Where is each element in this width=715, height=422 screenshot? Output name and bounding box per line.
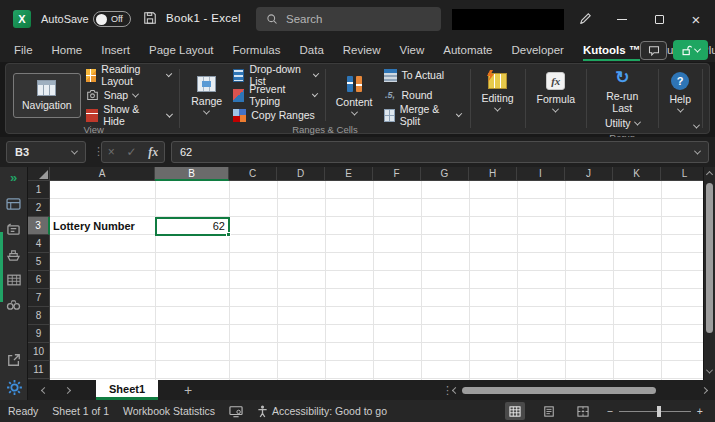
round-button[interactable]: .5, Round [381, 86, 465, 104]
accessibility-status[interactable]: Accessibility: Good to go [257, 405, 387, 418]
previous-sheet-icon[interactable] [41, 386, 48, 393]
open-pane-icon[interactable] [7, 353, 21, 367]
name-manager-pane-icon[interactable] [0, 249, 27, 261]
zoom-slider[interactable] [619, 411, 691, 412]
row-header-7[interactable]: 7 [28, 289, 50, 307]
excel-app-icon[interactable]: X [13, 10, 31, 28]
scroll-right-icon[interactable] [701, 386, 708, 393]
tab-insert[interactable]: Insert [101, 44, 130, 56]
name-box[interactable]: B3 [6, 141, 86, 163]
tab-data[interactable]: Data [300, 44, 324, 56]
maximize-button[interactable] [642, 0, 676, 38]
advanced-find-pane-icon[interactable] [0, 299, 27, 311]
show-hide-button[interactable]: Show & Hide [83, 106, 175, 124]
column-header-l[interactable]: L [661, 167, 703, 181]
view-page-layout-button[interactable] [539, 402, 559, 420]
rerun-last-utility-button[interactable]: ↻ Re-run Last Utility [592, 66, 653, 132]
row-header-3[interactable]: 3 [28, 217, 50, 235]
expand-formula-bar-icon[interactable] [694, 147, 701, 154]
tab-developer[interactable]: Developer [511, 44, 563, 56]
tab-home[interactable]: Home [52, 44, 83, 56]
vertical-scroll-thumb[interactable] [706, 183, 713, 333]
formula-input[interactable]: 62 [171, 141, 709, 163]
column-list-pane-icon[interactable] [0, 274, 27, 286]
column-header-i[interactable]: I [517, 167, 565, 181]
autosave-toggle[interactable]: Off [93, 11, 131, 27]
row-header-10[interactable]: 10 [28, 343, 50, 361]
enter-icon[interactable]: ✓ [126, 145, 136, 159]
row-header-1[interactable]: 1 [28, 181, 50, 199]
zoom-in-button[interactable]: + [697, 405, 703, 417]
row-header-11[interactable]: 11 [28, 361, 50, 379]
tab-formulas[interactable]: Formulas [233, 44, 281, 56]
workbook-statistics-button[interactable]: Workbook Statistics [123, 405, 215, 417]
tab-file[interactable]: File [14, 44, 33, 56]
new-sheet-button[interactable]: + [184, 382, 192, 398]
column-header-a[interactable]: A [50, 167, 155, 181]
column-header-j[interactable]: J [565, 167, 613, 181]
navigation-button[interactable]: Navigation [13, 73, 81, 118]
select-all-button[interactable] [28, 167, 50, 181]
save-icon[interactable] [143, 11, 157, 25]
pen-icon[interactable] [578, 11, 593, 26]
row-header-8[interactable]: 8 [28, 307, 50, 325]
tab-view[interactable]: View [400, 44, 425, 56]
copy-ranges-button[interactable]: Copy Ranges [230, 106, 321, 124]
tab-kutools[interactable]: Kutools ™ [583, 44, 641, 61]
formula-button[interactable]: fx Formula [531, 69, 582, 116]
tab-automate[interactable]: Automate [443, 44, 492, 56]
cancel-icon[interactable]: × [108, 145, 115, 159]
row-header-4[interactable]: 4 [28, 235, 50, 253]
column-header-b[interactable]: B [155, 167, 229, 181]
search-input[interactable]: Search [256, 7, 441, 31]
column-header-f[interactable]: F [373, 167, 421, 181]
minimize-button[interactable] [605, 0, 639, 38]
expand-pane-icon[interactable]: » [0, 170, 27, 185]
to-actual-button[interactable]: To Actual [381, 66, 465, 84]
content-button[interactable]: Content [330, 72, 379, 119]
row-header-5[interactable]: 5 [28, 253, 50, 271]
workbook-pane-icon[interactable] [0, 198, 27, 210]
column-header-c[interactable]: C [229, 167, 277, 181]
column-header-k[interactable]: K [613, 167, 661, 181]
cell-a3[interactable]: Lottery Number [53, 217, 135, 235]
close-button[interactable]: × [679, 0, 713, 38]
editing-mode-button[interactable] [673, 40, 708, 60]
merge-split-button[interactable]: Merge & Split [381, 106, 465, 124]
insert-function-icon[interactable]: fx [148, 145, 158, 160]
horizontal-scrollbar[interactable] [453, 383, 707, 397]
prevent-typing-button[interactable]: Prevent Typing [230, 86, 321, 104]
reading-layout-button[interactable]: Reading Layout [83, 66, 175, 84]
autotext-pane-icon[interactable] [0, 223, 27, 236]
tab-review[interactable]: Review [343, 44, 381, 56]
comments-button[interactable] [640, 41, 667, 60]
row-header-6[interactable]: 6 [28, 271, 50, 289]
row-header-9[interactable]: 9 [28, 325, 50, 343]
pane-settings-gear-icon[interactable] [6, 379, 23, 396]
zoom-out-button[interactable]: − [607, 405, 613, 417]
snap-button[interactable]: Snap [83, 86, 175, 104]
scroll-up-icon[interactable] [706, 171, 713, 178]
scroll-down-icon[interactable] [706, 367, 713, 374]
cells-area[interactable] [50, 181, 703, 380]
range-button[interactable]: Range [185, 73, 228, 118]
column-header-e[interactable]: E [325, 167, 373, 181]
editing-button[interactable]: Editing [476, 70, 520, 115]
sheet-tab-sheet1[interactable]: Sheet1 [96, 380, 158, 400]
tab-page-layout[interactable]: Page Layout [149, 44, 214, 56]
fill-handle[interactable] [226, 232, 231, 237]
column-header-d[interactable]: D [277, 167, 325, 181]
vertical-scrollbar[interactable] [703, 167, 715, 380]
column-header-g[interactable]: G [421, 167, 469, 181]
row-header-2[interactable]: 2 [28, 199, 50, 217]
view-page-break-button[interactable] [573, 402, 593, 420]
next-sheet-icon[interactable] [64, 386, 71, 393]
dropdown-list-button[interactable]: Drop-down List [230, 66, 321, 84]
horizontal-scroll-thumb[interactable] [462, 387, 656, 394]
column-header-h[interactable]: H [469, 167, 517, 181]
view-normal-button[interactable] [505, 402, 525, 420]
zoom-slider-thumb[interactable] [657, 406, 661, 417]
cell-b3-selected[interactable]: 62 [155, 217, 230, 236]
display-settings-icon[interactable] [229, 405, 243, 418]
help-button[interactable]: ? Help [663, 69, 697, 116]
